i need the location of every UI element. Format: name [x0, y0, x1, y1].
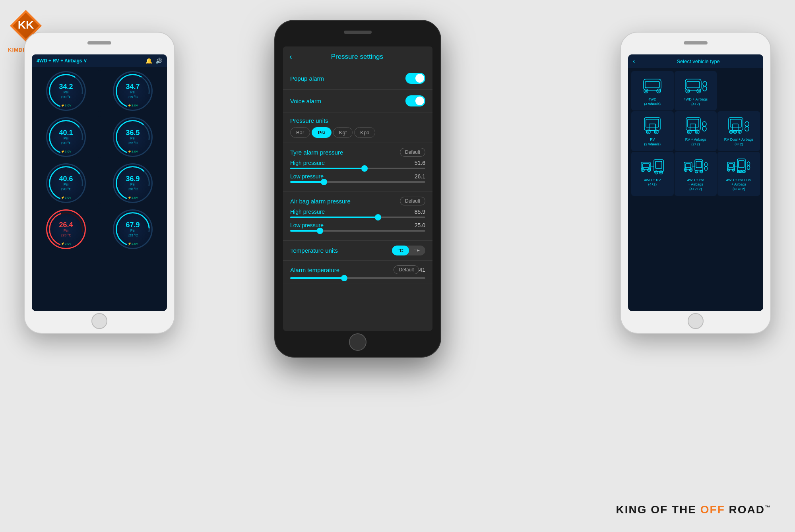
tyre-low-slider[interactable] [290, 181, 425, 183]
airbag-alarm-section: Air bag alarm pressure Default High pres… [283, 192, 432, 241]
svg-rect-50 [730, 119, 741, 127]
gauge-8: 67.9 Psi ↓23 °C ⚡3.0V [100, 207, 165, 251]
airbag-low-value: 25.0 [415, 222, 425, 228]
gauge-circle-7: 26.4 Psi ↓23 °C ⚡3.0V [46, 209, 86, 249]
gauge-circle-4: 36.5 Psi ↓22 °C ⚡3.0V [113, 117, 153, 157]
voice-alarm-label: Voice alarm [290, 98, 405, 104]
vehicle-label[interactable]: 4WD + RV + Airbags ∨ [37, 58, 87, 64]
alarm-temp-slider[interactable] [290, 277, 425, 279]
vehicle-4wd-rv-dual-airbags-label: 4WD + RV Dual+ Airbags(4+4+2) [726, 178, 752, 192]
temp-units-label: Temperature units [290, 247, 392, 254]
alarm-temp-badge[interactable]: Default [394, 265, 419, 274]
airbag-low-fill [290, 230, 320, 232]
svg-rect-20 [645, 81, 659, 88]
svg-point-44 [688, 131, 690, 133]
alarm-temp-fill [290, 277, 344, 279]
svg-point-104 [747, 166, 750, 170]
tyre-low-label: Low pressure [290, 173, 324, 180]
tagline-king: KING OF THE [616, 503, 700, 516]
tyre-low-thumb[interactable] [321, 179, 327, 185]
tyre-high-value: 51.6 [415, 160, 425, 166]
airbag-low-thumb[interactable] [317, 228, 323, 234]
gauge-2-voltage: ⚡3.0V [128, 104, 138, 107]
gauge-2: 34.7 Psi ↓19 °C ⚡3.0V [100, 69, 165, 113]
right-screen-header: ‹ Select vehicle type [628, 54, 763, 68]
tyre-high-fill [290, 168, 365, 169]
units-buttons: Bar Psi Kgf Kpa [290, 127, 425, 138]
gauge-6-unit: Psi [130, 182, 136, 186]
unit-kgf[interactable]: Kgf [333, 127, 353, 138]
gauge-7: 26.4 Psi ↓23 °C ⚡3.0V [33, 207, 99, 251]
tyre-high-thumb[interactable] [361, 165, 368, 172]
vehicle-rv[interactable]: RV(2 wheels) [631, 111, 674, 151]
svg-rect-34 [646, 119, 659, 127]
svg-point-72 [661, 172, 662, 173]
back-button[interactable]: ‹ [289, 52, 292, 61]
airbag-high-value: 85.9 [415, 209, 425, 215]
vehicle-4wd-rv-dual-airbags[interactable]: 4WD + RV Dual+ Airbags(4+4+2) [717, 152, 760, 196]
svg-rect-74 [685, 164, 691, 168]
svg-point-91 [728, 170, 729, 170]
gauge-3: 40.1 Psi ↓20 °C ⚡3.0V [33, 115, 99, 159]
pressure-units-section: Pressure units Bar Psi Kgf Kpa [283, 112, 432, 143]
airbag-high-fill [290, 217, 378, 218]
alarm-temp-section: Alarm temperature Default 41 [283, 261, 432, 284]
temp-celsius[interactable]: °C [392, 246, 409, 255]
gauge-4: 36.5 Psi ↓22 °C ⚡3.0V [100, 115, 165, 159]
gauge-5-unit: Psi [64, 182, 69, 186]
gauge-1-voltage: ⚡3.0V [61, 104, 71, 107]
airbag-alarm-badge[interactable]: Default [400, 197, 425, 205]
gauge-3-unit: Psi [64, 136, 69, 140]
tyre-alarm-badge[interactable]: Default [400, 148, 425, 157]
vehicle-4wd-rv[interactable]: 4WD + RV(4+2) [631, 152, 674, 196]
tyre-high-pressure-header: High pressure 51.6 [290, 160, 425, 166]
svg-point-37 [648, 131, 649, 133]
volume-icon[interactable]: 🔊 [155, 58, 162, 64]
vehicle-4wd[interactable]: 4WD(4 wheels) [631, 71, 674, 110]
svg-point-87 [704, 166, 707, 170]
airbag-low-slider[interactable] [290, 230, 425, 232]
unit-bar[interactable]: Bar [290, 127, 310, 138]
airbag-high-pressure-row: High pressure 85.9 [290, 209, 425, 218]
alarm-icon[interactable]: 🔔 [145, 58, 152, 64]
right-home-button[interactable] [688, 313, 704, 329]
vehicle-rv-dual-airbags-label: RV Dual + Airbags(4+2) [724, 137, 754, 147]
airbag-alarm-header: Air bag alarm pressure Default [290, 197, 425, 205]
svg-point-30 [698, 90, 700, 92]
left-home-button[interactable] [91, 313, 107, 329]
airbag-high-thumb[interactable] [375, 214, 381, 221]
vehicle-4wd-rv-airbags[interactable]: 4WD + RV+ Airbags(4+2+2) [675, 152, 717, 196]
svg-rect-26 [687, 81, 700, 88]
vehicle-4wd-airbags-icon [684, 75, 708, 95]
svg-point-55 [734, 132, 735, 133]
tyre-alarm-title: Tyre alarm pressure [290, 149, 400, 156]
svg-point-39 [655, 131, 657, 133]
alarm-temp-label: Alarm temperature [290, 267, 394, 273]
svg-point-76 [685, 169, 686, 170]
svg-point-78 [690, 169, 691, 170]
svg-rect-96 [739, 161, 744, 168]
svg-point-32 [703, 86, 707, 91]
unit-kpa[interactable]: Kpa [354, 127, 375, 138]
center-screen-title: Pressure settings [296, 53, 418, 61]
svg-point-70 [656, 172, 657, 173]
vehicle-rv-dual-airbags[interactable]: RV Dual + Airbags(4+2) [717, 111, 760, 151]
gauge-7-unit: Psi [64, 228, 69, 232]
tyre-high-slider[interactable] [290, 168, 425, 169]
right-back-button[interactable]: ‹ [633, 58, 635, 65]
airbag-high-slider[interactable] [290, 217, 425, 218]
vehicle-rv-airbags[interactable]: RV + Airbags(2+2) [675, 111, 717, 151]
airbag-low-pressure-header: Low pressure 25.0 [290, 222, 425, 228]
tagline-off: OFF [700, 503, 725, 516]
voice-alarm-toggle[interactable] [405, 95, 425, 106]
svg-point-28 [687, 90, 688, 92]
vehicle-4wd-airbags[interactable]: 4WD + Airbags(4+2) [675, 71, 717, 110]
alarm-temp-thumb[interactable] [341, 275, 347, 281]
svg-text:KK: KK [18, 19, 34, 31]
right-phone-screen: ‹ Select vehicle type 4WD(4 wheels) [628, 54, 763, 311]
popup-alarm-toggle[interactable] [405, 73, 425, 84]
svg-rect-89 [729, 164, 733, 168]
unit-psi[interactable]: Psi [312, 127, 332, 138]
center-home-button[interactable] [349, 333, 366, 351]
temp-fahrenheit[interactable]: °F [409, 246, 425, 255]
